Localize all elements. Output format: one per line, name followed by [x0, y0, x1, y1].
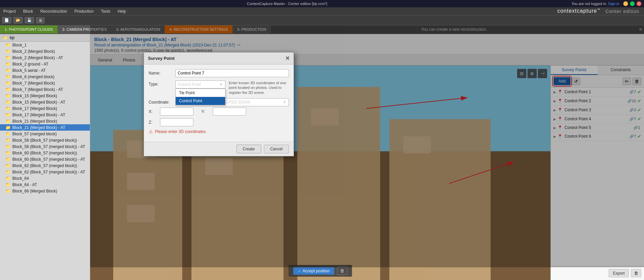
- menu-project[interactable]: Project: [2, 8, 17, 14]
- modal-overlay: Survey Point ✕ Name: Type: Control Point…: [90, 25, 644, 267]
- sidebar-item-block64at[interactable]: 📁Block_64 - AT: [0, 181, 90, 188]
- sidebar-item-block62at[interactable]: 📁Block_62 (Block_57 (merged block)) - AT: [0, 169, 90, 175]
- sidebar-item-block7at[interactable]: 📁Block_7 (Merged Block) - AT: [0, 86, 90, 93]
- error-message: Please enter 3D coordinates.: [155, 129, 207, 134]
- folder-icon: 📁: [5, 157, 11, 162]
- folder-icon: 📁: [5, 74, 11, 79]
- sidebar-item-block58[interactable]: 📁Block_58 (Block_57 (merged block)): [0, 137, 90, 143]
- folder-icon: 📁: [5, 87, 11, 92]
- coord-dropdown-arrow: ▼: [283, 100, 287, 105]
- toolbar: 📄 📂 💾 🖥: [0, 15, 644, 25]
- menubar: Project Block Reconstruction Production …: [0, 7, 644, 15]
- signin-link[interactable]: Sign in: [608, 2, 619, 6]
- titlebar: ContextCapture Master - Center edition […: [0, 0, 644, 7]
- survey-footer: Export 🗑: [551, 266, 644, 280]
- menu-tools[interactable]: Tools: [100, 8, 112, 14]
- folder-icon-green: 📁: [5, 125, 11, 130]
- type-select[interactable]: Control Point ▼: [175, 81, 225, 89]
- error-icon: ⚠: [149, 129, 153, 134]
- sidebar-item-block58at[interactable]: 📁Block_58 (Block_57 (merged block)) - AT: [0, 143, 90, 150]
- sidebar-item-block17at[interactable]: 📁Block_17 (Merged Block) - AT: [0, 112, 90, 118]
- folder-icon: 📁: [5, 112, 11, 117]
- delete-position-button[interactable]: 🗑: [337, 267, 347, 275]
- folder-icon: 📁: [5, 169, 11, 174]
- folder-icon: 📁: [5, 163, 11, 168]
- sidebar-item-block62[interactable]: 📁Block_62 (Block_57 (merged block)): [0, 162, 90, 169]
- folder-icon: 📁: [5, 176, 11, 181]
- name-label: Name:: [149, 71, 175, 76]
- cancel-button[interactable]: Cancel: [264, 145, 289, 153]
- sidebar-item-block15[interactable]: 📁Block_15 (Merged Block): [0, 93, 90, 99]
- sidebar-item-block21[interactable]: 📁Block_21 (Merged Block): [0, 118, 90, 124]
- modal-body: Name: Type: Control Point ▼ Tie Point Co…: [144, 64, 294, 142]
- menu-block[interactable]: Block: [22, 8, 34, 14]
- create-button[interactable]: Create: [236, 145, 261, 153]
- close-button[interactable]: ✕: [637, 1, 641, 6]
- sidebar-item-block7[interactable]: 📁Block_7 (Merged Block): [0, 80, 90, 86]
- folder-icon: 📁: [5, 93, 11, 98]
- modal-close-button[interactable]: ✕: [285, 55, 290, 61]
- folder-icon: 📁: [5, 49, 11, 54]
- sidebar: 📁 bjr 📁Block_1 📁Block_2 (Merged Block) 📁…: [0, 34, 90, 280]
- folder-icon: 📁: [5, 119, 11, 124]
- sidebar-item-block2at[interactable]: 📁Block_2 (Merged Block) - AT: [0, 54, 90, 61]
- type-dropdown-arrow: ▼: [219, 82, 223, 87]
- new-button[interactable]: 📄: [2, 17, 11, 23]
- export-button[interactable]: Export: [609, 269, 629, 277]
- menu-reconstruction[interactable]: Reconstruction: [39, 8, 68, 14]
- sidebar-item-block6[interactable]: 📁Block_6 (merged block): [0, 74, 90, 80]
- type-select-wrapper: Control Point ▼ Tie Point Control Point: [175, 81, 225, 89]
- delete-all-button[interactable]: 🗑: [631, 269, 641, 277]
- menu-help[interactable]: Help: [116, 8, 127, 14]
- modal-footer: Create Cancel: [144, 142, 294, 156]
- sidebar-item-block2ground[interactable]: 📁Block_2 ground - AT: [0, 61, 90, 67]
- sidebar-item-block60at[interactable]: 📁Block_60 (Block_57 (merged block)) - AT: [0, 156, 90, 162]
- sidebar-item-block15at[interactable]: 📁Block_15 (Merged Block) - AT: [0, 99, 90, 105]
- z-row: Z:: [149, 118, 289, 126]
- x-input[interactable]: [160, 108, 193, 116]
- coordinate-label: Coordinate:: [149, 100, 175, 105]
- workflow-tab-photos[interactable]: 1- PHOTOS/POINT CLOUDS: [0, 25, 57, 33]
- folder-icon: 📁: [5, 150, 11, 155]
- window-controls: ─ □ ✕: [623, 1, 641, 6]
- type-dropdown: Tie Point Control Point: [175, 89, 225, 105]
- screenshot-button[interactable]: 🖥: [36, 17, 44, 23]
- sidebar-item-block2[interactable]: 📁Block_2 (Merged Block): [0, 48, 90, 54]
- y-label: Y:: [201, 109, 208, 114]
- brand-area: contextcapture™ Center edition: [556, 7, 642, 15]
- folder-icon: 📁: [5, 144, 11, 149]
- sidebar-item-block57[interactable]: 📁Block_57 (merged block): [0, 131, 90, 137]
- name-input[interactable]: [175, 69, 289, 77]
- brand-name: contextcapture™ Center edition: [556, 7, 642, 15]
- modal-header: Survey Point ✕: [144, 52, 294, 64]
- folder-icon: 📁: [5, 106, 11, 111]
- open-button[interactable]: 📂: [13, 17, 23, 23]
- dropdown-item-tiepoint[interactable]: Tie Point: [176, 89, 225, 97]
- x-label: X:: [149, 109, 155, 114]
- save-button[interactable]: 💾: [25, 17, 34, 23]
- minimize-button[interactable]: ─: [623, 1, 628, 6]
- sidebar-item-block60[interactable]: 📁Block_60 (Block_57 (merged block)): [0, 150, 90, 156]
- sidebar-item-block1[interactable]: 📁Block_1: [0, 42, 90, 48]
- folder-icon: 📁: [5, 182, 11, 187]
- dropdown-item-controlpoint[interactable]: Control Point: [176, 97, 225, 105]
- folder-icon: 📁: [5, 81, 11, 86]
- error-row: ⚠ Please enter 3D coordinates.: [149, 129, 289, 134]
- type-row: Type: Control Point ▼ Tie Point Control …: [149, 81, 289, 95]
- maximize-button[interactable]: □: [630, 1, 635, 6]
- folder-icon: 📁: [5, 42, 11, 47]
- y-input[interactable]: [213, 108, 246, 116]
- survey-point-modal: Survey Point ✕ Name: Type: Control Point…: [144, 52, 294, 156]
- sidebar-item-block17[interactable]: 📁Block_17 (Merged Block): [0, 105, 90, 112]
- folder-icon: 📁: [5, 138, 11, 143]
- folder-icon: 📁: [5, 131, 11, 136]
- sidebar-item-block21at[interactable]: 📁Block_21 (Merged Block) - AT: [0, 124, 90, 131]
- sidebar-item-block5[interactable]: 📁Block_5 aerial - AT: [0, 67, 90, 74]
- type-label: Type:: [149, 81, 175, 87]
- accept-position-button[interactable]: ✓ Accept position: [293, 267, 334, 275]
- sidebar-item-block64[interactable]: 📁Block_64: [0, 175, 90, 181]
- folder-icon: 📁: [5, 188, 11, 193]
- sidebar-item-block66[interactable]: 📁Block_66 (Merged Block): [0, 188, 90, 194]
- z-input[interactable]: [160, 118, 193, 126]
- menu-production[interactable]: Production: [73, 8, 95, 14]
